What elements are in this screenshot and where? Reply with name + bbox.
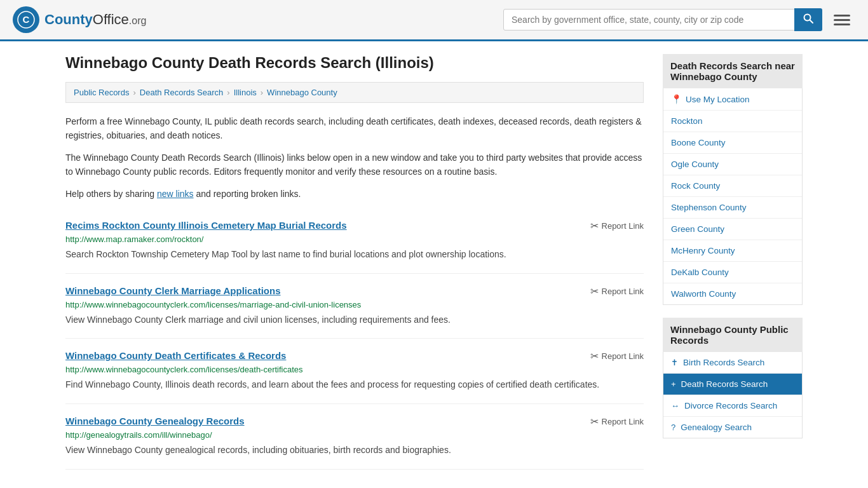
report-icon: ✂ <box>590 285 599 297</box>
logo-text: CountyOffice.org <box>44 11 146 28</box>
death-icon: + <box>671 379 676 389</box>
search-area <box>503 8 855 31</box>
list-item[interactable]: McHenry County <box>663 240 802 262</box>
breadcrumb-item-public-records[interactable]: Public Records <box>74 88 129 97</box>
result-title[interactable]: Winnebago County Clerk Marriage Applicat… <box>65 285 281 296</box>
description-1: Perform a free Winnebago County, IL publ… <box>65 114 644 143</box>
genealogy-icon: ? <box>671 423 675 432</box>
result-url[interactable]: http://www.winnebagocountyclerk.com/lice… <box>65 365 644 374</box>
list-item[interactable]: DeKalb County <box>663 262 802 283</box>
result-url[interactable]: http://www.winnebagocountyclerk.com/lice… <box>65 300 644 309</box>
list-item[interactable]: Rockton <box>663 111 802 132</box>
list-item[interactable]: Walworth County <box>663 283 802 304</box>
sidebar-item-death-records[interactable]: + Death Records Search <box>663 374 802 395</box>
svg-line-3 <box>810 20 813 24</box>
search-input-wrap <box>503 8 822 31</box>
use-location-label: Use My Location <box>686 95 750 104</box>
report-link[interactable]: ✂ Report Link <box>590 220 644 232</box>
logo-icon: C <box>13 6 39 33</box>
breadcrumb: Public Records › Death Records Search › … <box>65 82 644 103</box>
breadcrumb-item-winnebago[interactable]: Winnebago County <box>267 88 337 97</box>
sidebar-public-records-list: ✝ Birth Records Search + Death Records S… <box>663 352 803 438</box>
result-item: Winnebago County Genealogy Records ✂ Rep… <box>65 404 644 470</box>
report-link[interactable]: ✂ Report Link <box>590 350 644 362</box>
divorce-icon: ↔ <box>671 401 679 410</box>
result-desc: Find Winnebago County, Illinois death re… <box>65 378 644 392</box>
sidebar-item-divorce-records[interactable]: ↔ Divorce Records Search <box>663 395 802 417</box>
result-item: Recims Rockton County Illinois Cemetery … <box>65 208 644 274</box>
sidebar: Death Records Search near Winnebago Coun… <box>663 54 803 470</box>
report-link[interactable]: ✂ Report Link <box>590 285 644 297</box>
site-header: C CountyOffice.org <box>0 0 868 41</box>
search-icon <box>803 13 813 24</box>
result-item: Winnebago County Death Certificates & Re… <box>65 339 644 404</box>
search-button[interactable] <box>794 8 822 31</box>
list-item[interactable]: Boone County <box>663 132 802 154</box>
sidebar-use-location[interactable]: 📍 Use My Location <box>663 88 802 111</box>
report-icon: ✂ <box>590 416 599 428</box>
report-icon: ✂ <box>590 220 599 232</box>
birth-icon: ✝ <box>671 358 678 367</box>
svg-text:C: C <box>23 14 30 25</box>
report-link[interactable]: ✂ Report Link <box>590 416 644 428</box>
page-title: Winnebago County Death Records Search (I… <box>65 54 644 72</box>
result-item: Winnebago County Clerk Marriage Applicat… <box>65 274 644 339</box>
menu-button[interactable] <box>829 12 855 28</box>
location-icon: 📍 <box>671 94 682 104</box>
list-item[interactable]: Green County <box>663 219 802 240</box>
new-links-link[interactable]: new links <box>157 189 194 199</box>
breadcrumb-item-illinois[interactable]: Illinois <box>234 88 257 97</box>
description-2: The Winnebago County Death Records Searc… <box>65 151 644 179</box>
result-url[interactable]: http://www.map.ramaker.com/rockton/ <box>65 234 644 244</box>
description-3: Help others by sharing new links and rep… <box>65 187 644 201</box>
result-desc: View Winnebago County Clerk marriage and… <box>65 313 644 327</box>
result-url[interactable]: http://genealogytrails.com/ill/winnebago… <box>65 430 644 440</box>
list-item[interactable]: Stephenson County <box>663 197 802 219</box>
logo-area: C CountyOffice.org <box>13 6 146 33</box>
sidebar-item-genealogy[interactable]: ? Genealogy Search <box>663 417 802 438</box>
result-title[interactable]: Recims Rockton County Illinois Cemetery … <box>65 220 347 231</box>
result-title[interactable]: Winnebago County Genealogy Records <box>65 416 245 426</box>
result-desc: View Winnebago County genealogical recor… <box>65 444 644 458</box>
results-list: Recims Rockton County Illinois Cemetery … <box>65 208 644 470</box>
result-desc: Search Rockton Township Cemetery Map Too… <box>65 248 644 262</box>
search-input[interactable] <box>503 9 796 30</box>
list-item[interactable]: Rock County <box>663 175 802 197</box>
content-area: Winnebago County Death Records Search (I… <box>65 54 644 470</box>
sidebar-nearby-list: 📍 Use My Location Rockton Boone County O… <box>663 88 803 305</box>
report-icon: ✂ <box>590 350 599 362</box>
result-title[interactable]: Winnebago County Death Certificates & Re… <box>65 350 286 361</box>
list-item[interactable]: Ogle County <box>663 154 802 175</box>
main-wrapper: Winnebago County Death Records Search (I… <box>53 41 815 482</box>
sidebar-item-birth-records[interactable]: ✝ Birth Records Search <box>663 352 802 374</box>
breadcrumb-item-death-records[interactable]: Death Records Search <box>140 88 224 97</box>
sidebar-nearby-title: Death Records Search near Winnebago Coun… <box>663 54 803 88</box>
sidebar-public-records-title: Winnebago County Public Records <box>663 318 803 352</box>
